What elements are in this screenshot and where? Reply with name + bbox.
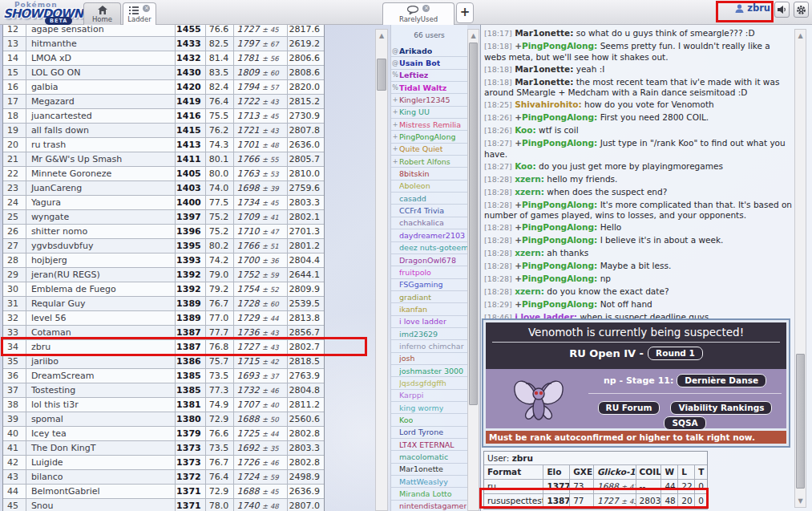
scroll-up-icon[interactable]: ▲ [376,32,387,39]
list-item[interactable]: gradiant [391,291,467,303]
list-item[interactable]: i love ladder [391,316,467,328]
table-row[interactable]: 43 bilanco 1372 76.4 1724 ± 59 2498.9 [3,470,324,485]
list-item[interactable]: fruitpolo [391,266,467,278]
ladder-scrollbar[interactable]: ▲ [375,29,388,511]
chat-username[interactable]: PingPongAlong: [522,261,597,270]
table-row[interactable]: 15 LOL GO ON 1430 83.5 1809 ± 60 2808.6 [3,66,324,80]
table-row[interactable]: 40 Icey tea 1379 76.6 1725 ± 44 2802.8 [3,427,324,441]
table-row[interactable]: 14 LMOA xD 1432 81.4 1781 ± 56 2806.6 [3,51,324,66]
chat-username[interactable]: PingPongAlong: [522,299,597,309]
chat-username[interactable]: Mar1onette: [515,28,573,38]
table-row[interactable]: 26 shitter nomo 1396 75.2 1710 ± 47 2701… [3,225,324,239]
list-item[interactable]: + Robert Alfons [391,156,467,168]
list-item[interactable]: CCFr4 Trivia [391,205,467,217]
scrollbar-thumb[interactable] [469,43,478,405]
chat-username[interactable]: PingPongAlong: [522,200,597,209]
list-item[interactable]: FSGgaming [391,279,467,291]
table-row[interactable]: 31 Reqular Guy 1389 76.7 1728 ± 60 2539.… [3,297,324,311]
list-item[interactable]: nintendistagamer [391,501,467,511]
new-tab-button[interactable]: + [456,2,474,23]
tab-ladder[interactable]: × Ladder [123,2,156,25]
chat-scrollbar[interactable]: ▲ ▼ [794,29,806,508]
table-row[interactable]: 22 Minnete Goroneze 1405 80.0 1763 ± 53 … [3,167,324,181]
chat-username[interactable]: xzern: [515,248,544,258]
table-row[interactable]: 33 Cotaman 1387 77.7 1736 ± 43 2856.7 [3,326,324,340]
list-item[interactable]: joshmaster 3000 [391,365,467,377]
list-item[interactable]: DragonOwl678 [391,254,467,266]
list-item[interactable]: Jqsdsgfdgffh [391,377,467,389]
chat-username[interactable]: PingPongAlong: [522,235,597,245]
list-item[interactable]: chachkalica [391,217,467,229]
chat-username[interactable]: PingPongAlong: [522,41,597,51]
close-icon[interactable]: × [422,5,430,12]
table-row[interactable]: 34 zbru 1387 76.8 1727 ± 43 2802.7 [3,340,324,355]
table-row[interactable]: 16 galbia 1420 82.4 1794 ± 57 2820.0 [3,80,324,95]
chat-username[interactable]: PingPongAlong: [522,222,597,232]
table-row[interactable]: 19 all falls down 1415 76.2 1721 ± 43 28… [3,124,324,138]
chat-username[interactable]: Koo: [515,125,536,135]
sound-button[interactable] [774,2,790,18]
chat-username[interactable]: Mar1onette: [515,77,573,87]
chat-username[interactable]: xzern: [515,174,544,184]
list-item[interactable]: ikanfan [391,303,467,315]
list-item[interactable]: @ Usain Bot [391,57,467,69]
table-row[interactable]: 37 Tostesting 1385 77.3 1732 ± 46 2804.8 [3,383,324,398]
list-item[interactable]: casadd [391,193,467,205]
list-item[interactable]: @ Arikado [391,45,467,57]
table-row[interactable]: 25 wyngate 1397 75.2 1709 ± 41 2802.1 [3,210,324,225]
list-item[interactable]: Mar1onette [391,464,467,476]
list-item[interactable]: Karppi [391,390,467,402]
chat-username[interactable]: Koo: [515,161,536,171]
scrollbar-thumb[interactable] [796,354,805,489]
scroll-up-icon[interactable]: ▲ [795,32,806,39]
list-item[interactable]: inferno chimchar [391,340,467,352]
table-row[interactable]: 28 hojbjerg 1393 74.2 1700 ± 36 2804.4 [3,253,324,268]
chat-username[interactable]: Mar1onette: [515,64,573,74]
table-row[interactable]: 36 DreamScream 1385 73.5 1693 ± 37 2763.… [3,369,324,383]
table-row[interactable]: 45 Snou 1371 78.0 1740 ± 48 2807.0 [3,499,324,511]
list-item[interactable]: king wormy [391,402,467,414]
list-item[interactable]: MattWeaslyy [391,476,467,488]
table-row[interactable]: 35 jariibo 1386 75.7 1715 ± 42 2818.5 [3,355,324,369]
table-row[interactable]: 42 Luigide 1373 76.7 1726 ± 46 2802.8 [3,456,324,470]
list-item[interactable]: daydreamer2103 [391,229,467,241]
table-row[interactable]: 24 Yagura 1400 77.5 1734 ± 45 2803.3 [3,196,324,210]
list-item[interactable]: + Quite Quiet [391,144,467,156]
chat-username[interactable]: PingPongAlong: [522,274,597,283]
table-row[interactable]: 41 The Don KingT 1373 73.5 1692 ± 35 280… [3,441,324,456]
chat-username[interactable]: xzern: [515,286,544,296]
table-row[interactable]: 21 Mr G&W's Up Smash 1411 80.1 1766 ± 55… [3,152,324,167]
list-item[interactable]: Koo [391,414,467,426]
list-item[interactable]: + Mistress Remilia [391,119,467,131]
viability-rankings-button[interactable]: Viability Rankings [670,401,772,415]
table-row[interactable]: 17 Megazard 1419 76.4 1722 ± 43 2815.2 [3,95,324,109]
table-row[interactable]: 39 spomal 1380 72.9 1688 ± 50 2560.6 [3,412,324,427]
sqsa-button[interactable]: SQSA [664,416,705,430]
scroll-down-icon[interactable]: ▼ [795,497,806,505]
list-item[interactable]: + King UU [391,107,467,119]
table-row[interactable]: 27 ygvbsduvbfuy 1395 80.2 1766 ± 51 2801… [3,239,324,253]
userlist-scrollbar[interactable]: ▲ [467,29,479,511]
close-icon[interactable]: × [143,5,150,12]
table-row[interactable]: 23 JuanCareng 1403 74.0 1698 ± 39 2759.6 [3,181,324,196]
list-item[interactable]: deez nuts-goteem [391,242,467,254]
chat-username[interactable]: xzern: [515,187,544,197]
table-row[interactable]: 20 ru trash 1413 74.3 1701 ± 48 2636.0 [3,138,324,152]
list-item[interactable]: 8bitskin [391,168,467,180]
table-row[interactable]: 12 agape sensation 1455 76.6 1727 ± 45 2… [3,25,324,37]
chat-username[interactable]: PingPongAlong: [522,138,597,148]
table-row[interactable]: 13 hitmanthe 1433 82.5 1797 ± 67 2619.2 [3,37,324,51]
tab-room-rarelyused[interactable]: × RarelyUsed [382,2,454,25]
scroll-up-icon[interactable]: ▲ [468,32,479,39]
list-item[interactable]: imd23629 [391,328,467,340]
scrollbar-thumb[interactable] [377,59,386,91]
list-item[interactable]: % Tidal Waltz [391,82,467,94]
chat-username[interactable]: i love ladder: [515,312,577,318]
table-row[interactable]: 38 lol this ti3r 1381 74.9 1707 ± 40 281… [3,398,324,412]
table-row[interactable]: 29 jeran(RU REGS) 1392 79.0 1752 ± 59 26… [3,268,324,282]
tab-home[interactable]: Home [83,2,121,25]
np-button[interactable]: Dernière Danse [677,374,766,387]
round-button[interactable]: Round 1 [648,347,703,360]
username-button[interactable]: zbru [735,2,770,14]
chat-username[interactable]: Shivahirohito: [515,99,582,109]
